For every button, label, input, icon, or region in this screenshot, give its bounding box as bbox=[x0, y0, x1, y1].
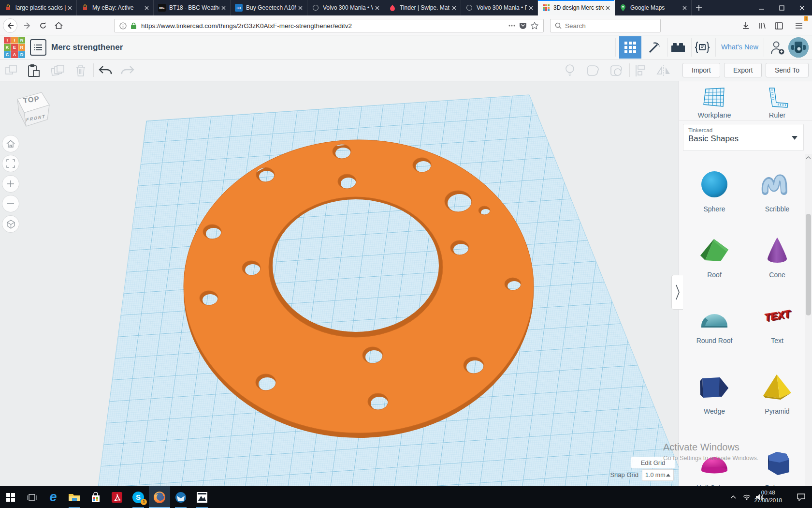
shape-polygon[interactable]: Polygon bbox=[748, 448, 806, 486]
copy-button[interactable] bbox=[3, 63, 20, 78]
tab-close-icon[interactable] bbox=[66, 4, 73, 12]
align-button[interactable] bbox=[632, 63, 649, 78]
delete-button[interactable] bbox=[72, 63, 89, 78]
network-wifi-icon[interactable] bbox=[740, 486, 753, 508]
search-input[interactable] bbox=[565, 22, 660, 30]
tab-close-icon[interactable] bbox=[296, 4, 304, 12]
hidden-icons-chevron[interactable] bbox=[727, 486, 740, 508]
url-bar[interactable]: https://www.tinkercad.com/things/2rG3zK0… bbox=[114, 19, 544, 32]
lego-brick-icon[interactable] bbox=[667, 40, 689, 55]
tab-ebay-search[interactable]: large plastic sacks | bbox=[0, 0, 77, 15]
paste-button[interactable] bbox=[26, 63, 42, 78]
edit-3d-mode-button[interactable] bbox=[619, 36, 641, 59]
tab-close-icon[interactable] bbox=[373, 4, 381, 12]
tinkercad-logo[interactable]: T I N K E R C A D bbox=[4, 37, 25, 58]
add-user-icon[interactable] bbox=[766, 40, 788, 55]
whats-new-link[interactable]: What's New bbox=[721, 43, 758, 51]
redo-button[interactable] bbox=[119, 63, 136, 78]
shape-scribble[interactable]: Scribble bbox=[748, 169, 806, 213]
shape-pyramid[interactable]: Pyramid bbox=[748, 372, 806, 415]
view-cube[interactable]: TOP FRONT bbox=[14, 89, 54, 135]
window-maximize-button[interactable] bbox=[771, 0, 792, 15]
design-title[interactable]: Merc strengthener bbox=[51, 43, 123, 52]
home-view-button[interactable] bbox=[2, 135, 19, 152]
tab-volvo-post[interactable]: Volvo 300 Mania • Post bbox=[461, 0, 538, 15]
home-button[interactable] bbox=[51, 18, 66, 33]
sidebar-icon[interactable] bbox=[771, 18, 786, 33]
downloads-icon[interactable] bbox=[739, 18, 753, 33]
shape-cone[interactable]: Cone bbox=[748, 235, 806, 279]
ruler-tool[interactable]: Ruler bbox=[748, 87, 806, 119]
pocket-icon[interactable] bbox=[519, 22, 527, 30]
bookmark-star-icon[interactable] bbox=[531, 22, 538, 30]
photos-taskbar-icon[interactable] bbox=[191, 486, 213, 508]
tab-close-icon[interactable] bbox=[681, 4, 688, 12]
panel-collapse-button[interactable] bbox=[671, 275, 683, 310]
shape-half-sphere[interactable]: Half Sphere bbox=[685, 448, 743, 486]
zoom-out-button[interactable] bbox=[2, 195, 19, 212]
start-button[interactable] bbox=[0, 486, 21, 508]
thunderbird-taskbar-icon[interactable] bbox=[170, 486, 191, 508]
page-info-icon[interactable] bbox=[119, 22, 127, 30]
ungroup-button[interactable] bbox=[608, 63, 624, 78]
window-minimize-button[interactable] bbox=[751, 0, 771, 15]
panel-scrollbar[interactable] bbox=[805, 154, 812, 486]
edge-taskbar-icon[interactable]: e bbox=[43, 486, 64, 508]
library-icon[interactable] bbox=[755, 18, 769, 33]
back-button[interactable] bbox=[3, 18, 17, 33]
send-to-button[interactable]: Send To bbox=[766, 63, 809, 77]
account-avatar[interactable] bbox=[788, 37, 809, 58]
fit-view-button[interactable] bbox=[2, 155, 19, 172]
tab-my-ebay[interactable]: My eBay: Active bbox=[77, 0, 154, 15]
scene-svg[interactable] bbox=[0, 81, 679, 486]
tab-tinkercad-active[interactable]: 3D design Merc stre bbox=[538, 0, 615, 15]
tab-tinder[interactable]: Tinder | Swipe. Mat bbox=[384, 0, 461, 15]
tab-close-icon[interactable] bbox=[219, 4, 227, 12]
shape-sphere[interactable]: Sphere bbox=[685, 169, 743, 213]
reload-button[interactable] bbox=[36, 18, 50, 33]
tab-close-icon[interactable] bbox=[604, 4, 611, 12]
viewport-3d[interactable] bbox=[0, 81, 679, 486]
export-button[interactable]: Export bbox=[724, 63, 762, 77]
tab-volvo-view[interactable]: Volvo 300 Mania • View bbox=[307, 0, 384, 15]
zoom-in-button[interactable] bbox=[2, 175, 19, 193]
design-menu-button[interactable] bbox=[30, 39, 46, 56]
scroll-up-icon[interactable] bbox=[806, 156, 811, 159]
page-actions-icon[interactable] bbox=[508, 25, 515, 27]
url-text[interactable]: https://www.tinkercad.com/things/2rG3zK0… bbox=[141, 22, 505, 30]
forward-button[interactable] bbox=[20, 18, 35, 33]
action-center-icon[interactable] bbox=[794, 486, 808, 508]
shape-roof[interactable]: Roof bbox=[685, 235, 743, 279]
snap-grid-dropdown[interactable]: 1.0 mm bbox=[642, 469, 674, 481]
tab-geeetech[interactable]: 3D Buy Geeetech A10M bbox=[231, 0, 307, 15]
new-tab-button[interactable] bbox=[692, 0, 706, 15]
ms-store-taskbar-icon[interactable] bbox=[85, 486, 106, 508]
group-button[interactable] bbox=[585, 63, 601, 78]
tab-google-maps[interactable]: Google Maps bbox=[615, 0, 692, 15]
shape-text[interactable]: TEXT Text bbox=[748, 301, 806, 344]
minecraft-pickaxe-icon[interactable] bbox=[643, 40, 666, 55]
show-all-bulb-icon[interactable] bbox=[562, 63, 578, 78]
search-box[interactable] bbox=[550, 19, 661, 32]
shape-collection-selector[interactable]: Tinkercad Basic Shapes bbox=[683, 124, 804, 151]
taskbar-clock[interactable]: 00:48 27/08/2018 bbox=[754, 489, 782, 504]
ssl-lock-icon[interactable] bbox=[130, 22, 137, 30]
edit-grid-button[interactable]: Edit Grid bbox=[631, 457, 675, 468]
file-explorer-taskbar-icon[interactable] bbox=[64, 486, 85, 508]
tab-bbc-weather[interactable]: BBC BT18 - BBC Weathe bbox=[154, 0, 231, 15]
task-view-button[interactable] bbox=[21, 486, 43, 508]
acrobat-taskbar-icon[interactable] bbox=[106, 486, 128, 508]
skype-taskbar-icon[interactable]: S 1 bbox=[128, 486, 149, 508]
import-button[interactable]: Import bbox=[682, 63, 720, 77]
shape-round-roof[interactable]: Round Roof bbox=[685, 301, 743, 344]
shape-wedge[interactable]: Wedge bbox=[685, 372, 743, 415]
undo-button[interactable] bbox=[97, 63, 114, 78]
tab-close-icon[interactable] bbox=[143, 4, 150, 12]
scrollbar-thumb[interactable] bbox=[806, 214, 811, 315]
menu-hamburger-icon[interactable]: ! bbox=[792, 18, 806, 33]
duplicate-button[interactable] bbox=[50, 63, 66, 78]
mirror-button[interactable] bbox=[655, 63, 672, 78]
firefox-taskbar-icon[interactable] bbox=[149, 486, 170, 508]
tab-close-icon[interactable] bbox=[527, 4, 535, 12]
codeblocks-icon[interactable] bbox=[691, 40, 713, 55]
